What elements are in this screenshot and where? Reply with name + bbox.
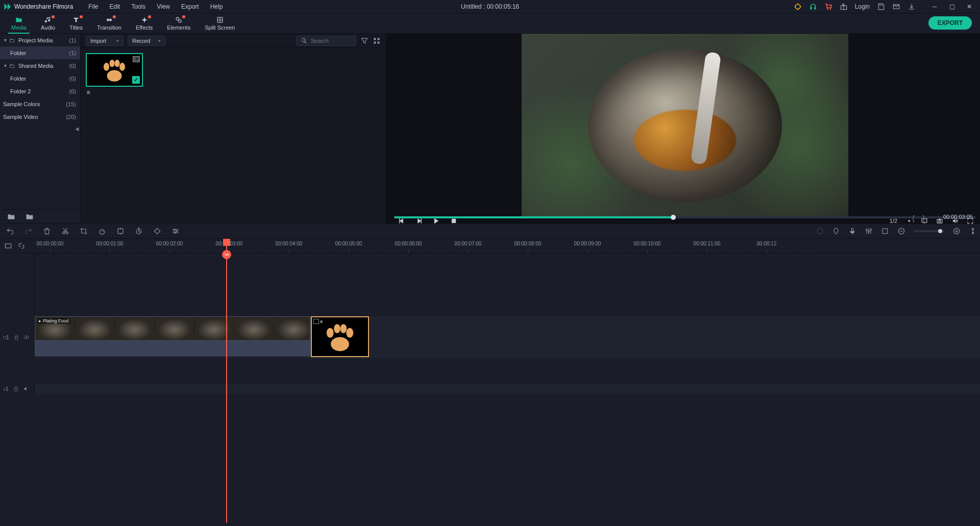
- shapes-icon: [174, 16, 183, 23]
- paw-icon: [98, 57, 131, 83]
- track-label: ♪1: [3, 386, 9, 392]
- transition-icon: [105, 16, 114, 23]
- svg-point-43: [26, 337, 27, 338]
- ribbon-tab-titles[interactable]: Titles: [62, 13, 90, 34]
- ribbon-tab-elements[interactable]: Elements: [160, 13, 198, 34]
- svg-rect-41: [15, 337, 18, 339]
- redo-icon[interactable]: [24, 227, 33, 235]
- lock-icon[interactable]: [13, 334, 19, 340]
- text-icon: [71, 16, 81, 23]
- grid-icon: [215, 16, 225, 23]
- ribbon-tab-media[interactable]: Media: [4, 13, 34, 34]
- image-clip[interactable]: a: [311, 316, 369, 357]
- selected-check-icon: ✓: [132, 76, 140, 84]
- track-label: □1: [3, 335, 9, 340]
- video-clip[interactable]: ▸Plating Food: [35, 316, 310, 341]
- image-type-icon: [133, 56, 140, 62]
- mute-icon[interactable]: [23, 386, 29, 392]
- svg-rect-44: [14, 388, 17, 391]
- video-track: □1 ▸Plating Food a: [0, 316, 980, 358]
- document-title: Untitled : 00:00:05:16: [461, 3, 519, 10]
- preview-video[interactable]: [522, 34, 848, 217]
- play-icon: ▸: [39, 318, 41, 323]
- svg-rect-12: [179, 20, 181, 22]
- music-note-icon: [43, 16, 53, 23]
- audio-clip[interactable]: [35, 341, 310, 356]
- collapse-sidebar-icon[interactable]: ◀: [75, 126, 79, 132]
- image-type-icon: [313, 319, 319, 324]
- ribbon-tab-transition[interactable]: Transition: [90, 13, 129, 34]
- zoom-slider[interactable]: [914, 230, 944, 232]
- sparkle-icon: [140, 16, 149, 23]
- ribbon-tab-audio[interactable]: Audio: [34, 13, 62, 34]
- preview-timecode: 00:00:03:05: [943, 214, 973, 220]
- lock-icon[interactable]: [13, 386, 19, 392]
- eye-icon[interactable]: [23, 334, 30, 340]
- paw-icon: [320, 321, 360, 353]
- ribbon-tab-splitscreen[interactable]: Split Screen: [198, 13, 242, 34]
- audio-track: ♪1: [0, 384, 980, 394]
- folder-icon: [14, 16, 23, 23]
- ribbon-tab-effects[interactable]: Effects: [129, 13, 160, 34]
- timeline: ✂ 00:00:00:0000:00:01:0000:00:02:0000:00…: [0, 239, 980, 526]
